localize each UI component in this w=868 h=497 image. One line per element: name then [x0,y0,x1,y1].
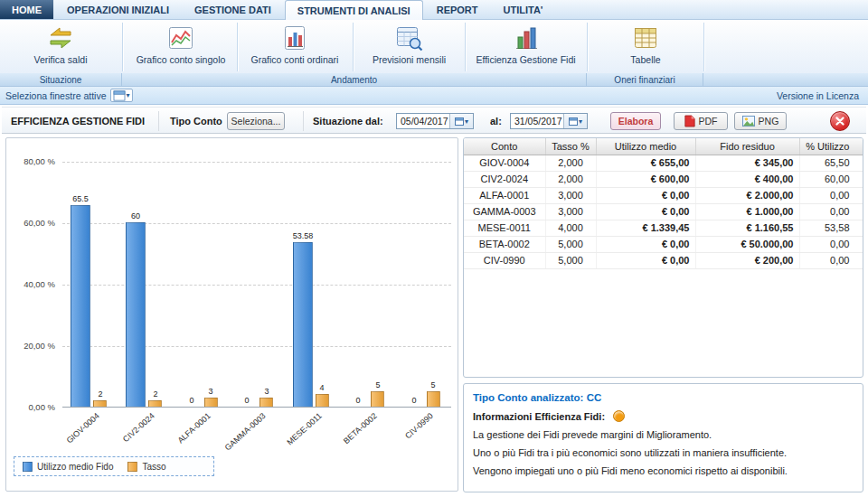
table-cell[interactable]: 2,000 [545,155,596,171]
close-button[interactable] [830,111,850,131]
legend-label-tasso: Tasso [142,462,165,472]
accounts-table-panel: ContoTasso %Utilizzo medioFido residuo% … [463,137,863,378]
elabora-button[interactable]: Elabora [610,112,661,130]
table-cell[interactable]: MESE-0011 [464,220,545,236]
table-cell[interactable]: 5,000 [545,252,596,268]
table-cell[interactable]: € 50.000,00 [695,236,799,252]
group-oneri-finanziari: Oneri finanziari [587,73,703,86]
bar-value-label: 4 [302,383,342,392]
al-label: al: [490,116,502,127]
ribbon-button-label: Grafico conti ordinari [251,54,339,65]
statusbar: Seleziona finestre attive ▾ Versione in … [0,87,868,105]
ribbon-button-grafico-conto-singolo[interactable]: Grafico conto singolo [126,23,236,70]
group-situazione: Situazione [0,73,122,86]
table-cell[interactable]: € 0,00 [596,203,695,220]
table-cell[interactable]: ALFA-0001 [464,187,545,203]
tab-report[interactable]: REPORT [425,0,490,19]
columns-chart-icon [513,23,540,53]
calendar-dropdown-icon[interactable]: ▾ [449,114,473,128]
table-row[interactable]: GIOV-00042,000€ 655,00€ 345,0065,50 [464,155,863,171]
table-cell[interactable]: BETA-0002 [464,236,545,252]
table-cell[interactable]: GIOV-0004 [464,155,545,171]
column-header[interactable]: Conto [464,138,545,155]
bar-value-label: 5 [413,380,453,389]
image-icon [742,116,755,127]
ribbon-separator [703,23,704,71]
table-row[interactable]: CIV-09905,000€ 0,00€ 200,000,00 [464,252,863,268]
ribbon-separator [465,23,466,71]
ribbon-button-efficienza-gestione-fidi[interactable]: Efficienza Gestione Fidi [467,23,585,70]
table-cell[interactable]: CIV-0990 [464,252,545,268]
menu-tabbar: HOME OPERAZIONI INIZIALI GESTIONE DATI S… [0,0,868,20]
legend-swatch [23,462,33,472]
seleziona-button[interactable]: Seleziona... [227,112,285,130]
table-cell[interactable]: 0,00 [799,203,863,220]
tab-gestione-dati[interactable]: GESTIONE DATI [183,0,283,19]
table-cell[interactable]: GAMMA-0003 [464,203,545,220]
chart-legend: Utilizzo medio Fido Tasso [14,456,214,476]
efficienza-fidi-label: Informazioni Efficienza Fidi: [473,411,605,422]
table-cell[interactable]: € 1.000,00 [695,203,799,220]
table-cell[interactable]: € 0,00 [596,236,695,252]
table-cell[interactable]: CIV2-0024 [464,171,545,187]
ribbon: Verifica saldi Grafico conto singolo [0,20,868,73]
table-row[interactable]: GAMMA-00033,000€ 0,00€ 1.000,000,00 [464,203,863,220]
table-icon [632,23,659,53]
table-cell[interactable]: 53,58 [799,220,863,236]
table-cell[interactable]: 65,50 [799,155,863,171]
table-cell[interactable]: 5,000 [545,236,596,252]
table-cell[interactable]: € 1.160,55 [695,220,799,236]
column-header[interactable]: Fido residuo [695,138,799,155]
ribbon-separator [122,23,123,71]
tab-operazioni-iniziali[interactable]: OPERAZIONI INIZIALI [55,0,181,19]
page-title: EFFICIENZA GESTIONE FIDI [11,116,145,127]
table-cell[interactable]: € 2.000,00 [695,187,799,203]
tab-home[interactable]: HOME [0,0,53,19]
chart-bar [293,242,313,407]
table-cell[interactable]: 4,000 [545,220,596,236]
ribbon-button-tabelle[interactable]: Tabelle [590,23,702,70]
table-cell[interactable]: 60,00 [799,171,863,187]
date-to-input[interactable]: 31/05/2017 ▾ [510,113,588,129]
ribbon-button-grafico-conti-ordinari[interactable]: Grafico conti ordinari [239,23,351,70]
column-header[interactable]: Tasso % [545,138,596,155]
calendar-dropdown-icon[interactable]: ▾ [563,114,587,128]
tab-strumenti-di-analisi[interactable]: STRUMENTI DI ANALISI [285,0,423,20]
table-cell[interactable]: € 655,00 [596,155,695,171]
column-header[interactable]: Utilizzo medio [596,138,695,155]
ribbon-button-verifica-saldi[interactable]: Verifica saldi [7,23,114,70]
table-cell[interactable]: 0,00 [799,236,863,252]
chart-bar [148,400,162,407]
table-cell[interactable]: € 400,00 [695,171,799,187]
table-row[interactable]: CIV2-00242,000€ 600,00€ 400,0060,00 [464,171,863,187]
app-window: HOME OPERAZIONI INIZIALI GESTIONE DATI S… [0,0,868,497]
table-cell[interactable]: 0,00 [799,252,863,268]
info-line: Vengono impiegati uno o più Fidi meno ec… [473,465,863,476]
tab-utilita[interactable]: UTILITA' [492,0,555,19]
table-row[interactable]: ALFA-00013,000€ 0,00€ 2.000,000,00 [464,187,863,203]
table-row[interactable]: MESE-00114,000€ 1.339,45€ 1.160,5553,58 [464,220,863,236]
chart-bar [71,205,90,407]
table-cell[interactable]: € 600,00 [596,171,695,187]
table-cell[interactable]: € 345,00 [695,155,799,171]
table-cell[interactable]: € 1.339,45 [596,220,695,236]
accounts-table: ContoTasso %Utilizzo medioFido residuo% … [464,138,863,269]
group-andamento: Andamento [122,73,587,86]
pdf-export-button[interactable]: PDF [674,112,728,130]
table-cell[interactable]: € 0,00 [596,187,695,203]
table-cell[interactable]: 2,000 [545,171,596,187]
table-row[interactable]: BETA-00025,000€ 0,00€ 50.000,000,00 [464,236,863,252]
ribbon-button-previsioni-mensili[interactable]: Previsioni mensili [354,23,464,70]
table-cell[interactable]: € 0,00 [596,252,695,268]
png-export-button[interactable]: PNG [734,112,787,130]
table-cell[interactable]: € 200,00 [695,252,799,268]
active-windows-selector[interactable]: ▾ [110,89,132,102]
verifica-saldi-icon [47,23,74,53]
gridline [62,162,451,163]
table-cell[interactable]: 0,00 [799,187,863,203]
column-header[interactable]: % Utilizzo [799,138,863,155]
table-cell[interactable]: 3,000 [545,203,596,220]
table-cell[interactable]: 3,000 [545,187,596,203]
ribbon-button-label: Previsioni mensili [373,54,446,65]
date-from-input[interactable]: 05/04/2017 ▾ [396,113,474,129]
